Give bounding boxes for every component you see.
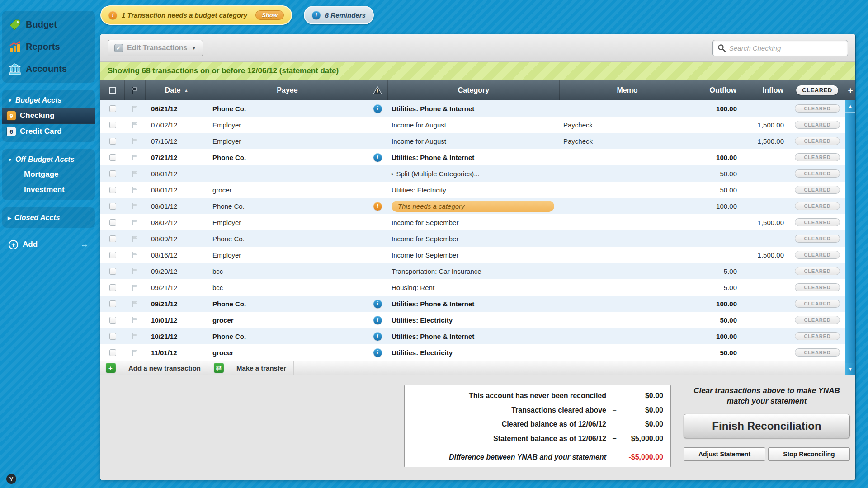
row-checkbox[interactable] [109, 187, 116, 193]
cleared-badge[interactable]: CLEARED [795, 283, 840, 291]
sidebar-account-investment[interactable]: Investment [2, 182, 95, 197]
scrollbar-thumb[interactable] [845, 112, 855, 363]
table-row[interactable]: 08/01/12 ▸Split (Multiple Categories)...… [100, 165, 845, 182]
cleared-badge[interactable]: CLEARED [795, 235, 840, 243]
row-flag-icon[interactable] [125, 133, 146, 149]
cleared-badge[interactable]: CLEARED [795, 169, 840, 178]
search-input[interactable] [729, 44, 843, 52]
outflow-column-header[interactable]: Outflow [695, 80, 742, 100]
row-checkbox[interactable] [109, 203, 116, 210]
sidebar-account-mortgage[interactable]: Mortgage [2, 167, 95, 182]
row-flag-icon[interactable] [125, 344, 146, 361]
table-row[interactable]: 08/02/12 Employer Income for September 1… [100, 214, 845, 230]
row-checkbox[interactable] [109, 300, 116, 307]
table-row[interactable]: 06/21/12 Phone Co. i Utilities: Phone & … [100, 100, 845, 117]
table-row[interactable]: 07/02/12 Employer Income for August Payc… [100, 117, 845, 133]
info-icon[interactable]: i [373, 316, 382, 324]
budget-accts-header[interactable]: ▼ Budget Accts [2, 93, 95, 108]
table-row[interactable]: 10/21/12 Phone Co. i Utilities: Phone & … [100, 328, 845, 344]
cleared-badge[interactable]: CLEARED [795, 251, 840, 259]
cleared-badge[interactable]: CLEARED [795, 267, 840, 275]
cleared-badge[interactable]: CLEARED [795, 104, 840, 113]
finish-reconciliation-button[interactable]: Finish Reconciliation [684, 414, 850, 438]
cleared-badge[interactable]: CLEARED [795, 300, 840, 308]
cleared-badge[interactable]: CLEARED [795, 332, 840, 340]
row-flag-icon[interactable] [125, 247, 146, 263]
sidebar-item-reports[interactable]: Reports [2, 36, 95, 58]
warning-icon[interactable]: i [373, 202, 382, 211]
row-flag-icon[interactable] [125, 312, 146, 328]
row-flag-icon[interactable] [125, 182, 146, 198]
sidebar-item-budget[interactable]: Budget [2, 14, 95, 36]
table-row[interactable]: 11/01/12 grocer i Utilities: Electricity… [100, 344, 845, 361]
cleared-badge[interactable]: CLEARED [795, 316, 840, 324]
closed-accts-header[interactable]: ▶ Closed Accts [2, 210, 95, 225]
table-row[interactable]: 07/16/12 Employer Income for August Payc… [100, 133, 845, 149]
row-checkbox[interactable] [109, 333, 116, 340]
table-row[interactable]: 10/01/12 grocer i Utilities: Electricity… [100, 312, 845, 328]
cleared-badge[interactable]: CLEARED [795, 137, 840, 145]
cleared-badge[interactable]: CLEARED [795, 186, 840, 194]
row-checkbox[interactable] [109, 317, 116, 324]
edit-transactions-button[interactable]: ✓ Edit Transactions ▼ [108, 40, 203, 56]
table-row[interactable]: 08/16/12 Employer Income for September 1… [100, 247, 845, 263]
row-checkbox[interactable] [109, 284, 116, 291]
select-all-checkbox[interactable] [100, 80, 125, 100]
scroll-up-button[interactable]: ▲ [845, 100, 855, 112]
table-row[interactable]: 08/09/12 Phone Co. Income for September … [100, 230, 845, 247]
row-flag-icon[interactable] [125, 279, 146, 296]
scroll-down-button[interactable]: ▼ [845, 363, 855, 375]
sidebar-resize-handle-icon[interactable]: ↔ [80, 239, 89, 249]
row-checkbox[interactable] [109, 235, 116, 242]
info-icon[interactable]: i [373, 300, 382, 308]
row-flag-icon[interactable] [125, 165, 146, 182]
add-transaction-button[interactable]: + [100, 361, 121, 375]
inflow-column-header[interactable]: Inflow [742, 80, 789, 100]
row-flag-icon[interactable] [125, 198, 146, 214]
row-flag-icon[interactable] [125, 328, 146, 344]
category-column-header[interactable]: Category [388, 80, 560, 100]
vertical-scrollbar[interactable]: ▲ ▼ [845, 100, 855, 375]
row-flag-icon[interactable] [125, 214, 146, 230]
info-icon[interactable]: i [373, 332, 382, 341]
flag-column-header[interactable] [125, 80, 146, 100]
row-flag-icon[interactable] [125, 117, 146, 133]
row-checkbox[interactable] [109, 252, 116, 258]
memo-column-header[interactable]: Memo [560, 80, 695, 100]
row-checkbox[interactable] [109, 105, 116, 112]
row-checkbox[interactable] [109, 219, 116, 226]
info-icon[interactable]: i [373, 348, 382, 357]
alert-column-header[interactable]: ! [367, 80, 388, 100]
add-transaction-label[interactable]: Add a new transaction [121, 361, 208, 375]
row-flag-icon[interactable] [125, 263, 146, 279]
show-button[interactable]: Show [255, 10, 284, 20]
reminders-pill[interactable]: i 8 Reminders [304, 6, 374, 24]
row-checkbox[interactable] [109, 138, 116, 145]
payee-column-header[interactable]: Payee [208, 80, 367, 100]
row-checkbox[interactable] [109, 122, 116, 128]
table-row[interactable]: 07/21/12 Phone Co. i Utilities: Phone & … [100, 149, 845, 165]
sidebar-account-credit-card[interactable]: 6 Credit Card [2, 124, 95, 139]
row-flag-icon[interactable] [125, 149, 146, 165]
sidebar-account-checking[interactable]: 9 Checking [2, 108, 95, 124]
row-checkbox[interactable] [109, 349, 116, 356]
info-icon[interactable]: i [373, 104, 382, 113]
info-icon[interactable]: i [373, 153, 382, 162]
sidebar-item-accounts[interactable]: Accounts [2, 58, 95, 80]
cleared-badge[interactable]: CLEARED [795, 348, 840, 357]
add-account-button[interactable]: + Add ↔ [2, 235, 95, 254]
row-flag-icon[interactable] [125, 100, 146, 117]
table-row[interactable]: 08/01/12 grocer Utilities: Electricity 5… [100, 182, 845, 198]
add-column-button[interactable]: + [845, 80, 855, 100]
needs-category-highlight[interactable]: This needs a category [392, 201, 554, 212]
stop-reconciling-button[interactable]: Stop Reconciling [768, 447, 850, 461]
budget-category-alert[interactable]: i 1 Transaction needs a budget category … [100, 5, 292, 25]
adjust-statement-button[interactable]: Adjust Statement [684, 447, 765, 461]
row-checkbox[interactable] [109, 268, 116, 275]
cleared-badge[interactable]: CLEARED [795, 153, 840, 161]
cleared-badge[interactable]: CLEARED [795, 218, 840, 226]
table-row[interactable]: 09/21/12 bcc Housing: Rent 5.00 CLEARED [100, 279, 845, 296]
row-checkbox[interactable] [109, 154, 116, 161]
cleared-filter-button[interactable]: CLEARED [796, 85, 838, 95]
table-row[interactable]: 09/20/12 bcc Transportation: Car Insuran… [100, 263, 845, 279]
